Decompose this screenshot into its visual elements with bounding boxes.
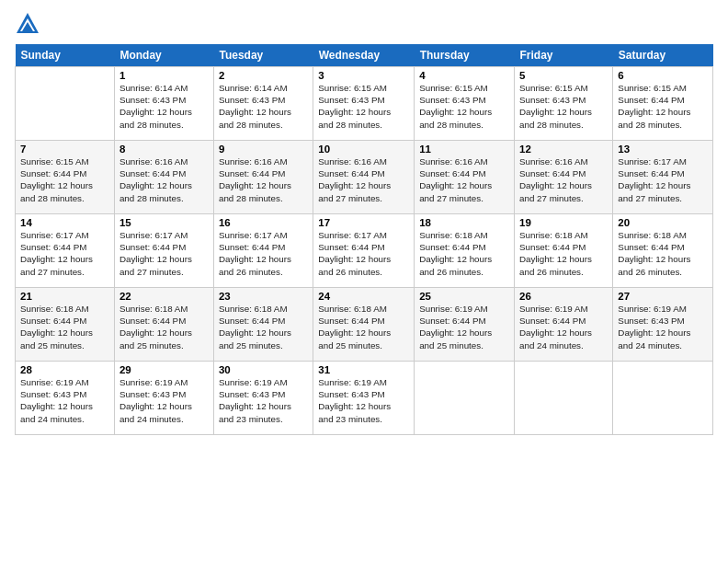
day-info: Sunrise: 6:16 AM Sunset: 6:44 PM Dayligh… <box>119 155 209 204</box>
calendar-header-monday: Monday <box>114 44 213 67</box>
calendar-header-tuesday: Tuesday <box>213 44 313 67</box>
calendar-cell: 4Sunrise: 6:15 AM Sunset: 6:43 PM Daylig… <box>415 67 515 141</box>
day-number: 10 <box>318 144 409 155</box>
calendar-week-5: 28Sunrise: 6:19 AM Sunset: 6:43 PM Dayli… <box>16 362 713 435</box>
day-number: 5 <box>519 70 608 81</box>
day-info: Sunrise: 6:19 AM Sunset: 6:43 PM Dayligh… <box>119 376 209 425</box>
calendar-cell: 18Sunrise: 6:18 AM Sunset: 6:44 PM Dayli… <box>415 214 515 288</box>
day-info: Sunrise: 6:18 AM Sunset: 6:44 PM Dayligh… <box>618 229 708 278</box>
calendar-week-1: 1Sunrise: 6:14 AM Sunset: 6:43 PM Daylig… <box>16 67 713 141</box>
day-number: 16 <box>219 217 308 228</box>
day-info: Sunrise: 6:15 AM Sunset: 6:43 PM Dayligh… <box>318 82 409 131</box>
day-info: Sunrise: 6:17 AM Sunset: 6:44 PM Dayligh… <box>318 229 409 278</box>
day-number: 24 <box>318 291 409 302</box>
day-number: 19 <box>519 217 608 228</box>
day-number: 12 <box>519 144 608 155</box>
day-number: 6 <box>618 70 708 81</box>
calendar-header-sunday: Sunday <box>16 44 115 67</box>
calendar-cell <box>515 362 613 435</box>
calendar-cell: 20Sunrise: 6:18 AM Sunset: 6:44 PM Dayli… <box>613 214 713 288</box>
day-info: Sunrise: 6:19 AM Sunset: 6:43 PM Dayligh… <box>318 376 409 425</box>
calendar-cell: 7Sunrise: 6:15 AM Sunset: 6:44 PM Daylig… <box>16 141 115 214</box>
day-number: 27 <box>618 291 708 302</box>
day-number: 21 <box>20 291 109 302</box>
day-number: 25 <box>419 291 509 302</box>
day-number: 11 <box>419 144 509 155</box>
calendar-cell: 2Sunrise: 6:14 AM Sunset: 6:43 PM Daylig… <box>213 67 313 141</box>
day-number: 28 <box>20 364 109 375</box>
calendar-cell <box>16 67 115 141</box>
calendar-cell: 22Sunrise: 6:18 AM Sunset: 6:44 PM Dayli… <box>114 288 213 362</box>
day-number: 9 <box>219 144 308 155</box>
day-number: 29 <box>119 364 209 375</box>
calendar-header-saturday: Saturday <box>613 44 713 67</box>
day-info: Sunrise: 6:15 AM Sunset: 6:44 PM Dayligh… <box>618 82 708 131</box>
calendar-cell: 24Sunrise: 6:18 AM Sunset: 6:44 PM Dayli… <box>313 288 415 362</box>
calendar-cell: 19Sunrise: 6:18 AM Sunset: 6:44 PM Dayli… <box>515 214 613 288</box>
day-info: Sunrise: 6:16 AM Sunset: 6:44 PM Dayligh… <box>219 155 308 204</box>
calendar-cell: 31Sunrise: 6:19 AM Sunset: 6:43 PM Dayli… <box>313 362 415 435</box>
calendar-header-friday: Friday <box>515 44 613 67</box>
calendar-cell: 29Sunrise: 6:19 AM Sunset: 6:43 PM Dayli… <box>114 362 213 435</box>
day-number: 22 <box>119 291 209 302</box>
calendar-cell: 14Sunrise: 6:17 AM Sunset: 6:44 PM Dayli… <box>16 214 115 288</box>
calendar-cell <box>415 362 515 435</box>
day-number: 23 <box>219 291 308 302</box>
calendar-cell: 12Sunrise: 6:16 AM Sunset: 6:44 PM Dayli… <box>515 141 613 214</box>
calendar-cell: 9Sunrise: 6:16 AM Sunset: 6:44 PM Daylig… <box>213 141 313 214</box>
day-info: Sunrise: 6:18 AM Sunset: 6:44 PM Dayligh… <box>219 303 308 351</box>
logo-icon <box>15 11 40 37</box>
logo <box>15 11 44 37</box>
header <box>15 11 713 37</box>
calendar-cell: 3Sunrise: 6:15 AM Sunset: 6:43 PM Daylig… <box>313 67 415 141</box>
calendar-cell: 6Sunrise: 6:15 AM Sunset: 6:44 PM Daylig… <box>613 67 713 141</box>
calendar-cell: 25Sunrise: 6:19 AM Sunset: 6:44 PM Dayli… <box>415 288 515 362</box>
day-info: Sunrise: 6:17 AM Sunset: 6:44 PM Dayligh… <box>219 229 308 278</box>
day-number: 30 <box>219 364 308 375</box>
calendar-cell: 16Sunrise: 6:17 AM Sunset: 6:44 PM Dayli… <box>213 214 313 288</box>
calendar-cell: 8Sunrise: 6:16 AM Sunset: 6:44 PM Daylig… <box>114 141 213 214</box>
calendar-cell: 30Sunrise: 6:19 AM Sunset: 6:43 PM Dayli… <box>213 362 313 435</box>
calendar-cell: 26Sunrise: 6:19 AM Sunset: 6:44 PM Dayli… <box>515 288 613 362</box>
day-number: 7 <box>20 144 109 155</box>
day-info: Sunrise: 6:19 AM Sunset: 6:43 PM Dayligh… <box>20 376 109 425</box>
day-number: 2 <box>219 70 308 81</box>
calendar-cell: 23Sunrise: 6:18 AM Sunset: 6:44 PM Dayli… <box>213 288 313 362</box>
day-info: Sunrise: 6:18 AM Sunset: 6:44 PM Dayligh… <box>318 303 409 351</box>
day-info: Sunrise: 6:18 AM Sunset: 6:44 PM Dayligh… <box>519 229 608 278</box>
day-number: 8 <box>119 144 209 155</box>
calendar-cell: 5Sunrise: 6:15 AM Sunset: 6:43 PM Daylig… <box>515 67 613 141</box>
day-number: 17 <box>318 217 409 228</box>
calendar-header-thursday: Thursday <box>415 44 515 67</box>
day-info: Sunrise: 6:16 AM Sunset: 6:44 PM Dayligh… <box>419 155 509 204</box>
day-info: Sunrise: 6:17 AM Sunset: 6:44 PM Dayligh… <box>618 155 708 204</box>
day-info: Sunrise: 6:14 AM Sunset: 6:43 PM Dayligh… <box>219 82 308 131</box>
calendar-cell: 17Sunrise: 6:17 AM Sunset: 6:44 PM Dayli… <box>313 214 415 288</box>
day-info: Sunrise: 6:17 AM Sunset: 6:44 PM Dayligh… <box>119 229 209 278</box>
day-info: Sunrise: 6:15 AM Sunset: 6:43 PM Dayligh… <box>519 82 608 131</box>
day-number: 14 <box>20 217 109 228</box>
day-info: Sunrise: 6:19 AM Sunset: 6:43 PM Dayligh… <box>219 376 308 425</box>
day-info: Sunrise: 6:19 AM Sunset: 6:44 PM Dayligh… <box>419 303 509 351</box>
day-number: 20 <box>618 217 708 228</box>
calendar-header-row: SundayMondayTuesdayWednesdayThursdayFrid… <box>16 44 713 67</box>
day-number: 31 <box>318 364 409 375</box>
day-number: 4 <box>419 70 509 81</box>
calendar-week-4: 21Sunrise: 6:18 AM Sunset: 6:44 PM Dayli… <box>16 288 713 362</box>
calendar-cell: 1Sunrise: 6:14 AM Sunset: 6:43 PM Daylig… <box>114 67 213 141</box>
day-info: Sunrise: 6:18 AM Sunset: 6:44 PM Dayligh… <box>419 229 509 278</box>
day-info: Sunrise: 6:19 AM Sunset: 6:43 PM Dayligh… <box>618 303 708 351</box>
day-info: Sunrise: 6:18 AM Sunset: 6:44 PM Dayligh… <box>119 303 209 351</box>
calendar-cell: 11Sunrise: 6:16 AM Sunset: 6:44 PM Dayli… <box>415 141 515 214</box>
calendar-header-wednesday: Wednesday <box>313 44 415 67</box>
day-info: Sunrise: 6:18 AM Sunset: 6:44 PM Dayligh… <box>20 303 109 351</box>
day-number: 3 <box>318 70 409 81</box>
day-number: 15 <box>119 217 209 228</box>
day-number: 13 <box>618 144 708 155</box>
day-info: Sunrise: 6:16 AM Sunset: 6:44 PM Dayligh… <box>318 155 409 204</box>
day-info: Sunrise: 6:14 AM Sunset: 6:43 PM Dayligh… <box>119 82 209 131</box>
page: SundayMondayTuesdayWednesdayThursdayFrid… <box>0 0 728 563</box>
day-number: 26 <box>519 291 608 302</box>
day-info: Sunrise: 6:15 AM Sunset: 6:43 PM Dayligh… <box>419 82 509 131</box>
calendar-cell: 15Sunrise: 6:17 AM Sunset: 6:44 PM Dayli… <box>114 214 213 288</box>
